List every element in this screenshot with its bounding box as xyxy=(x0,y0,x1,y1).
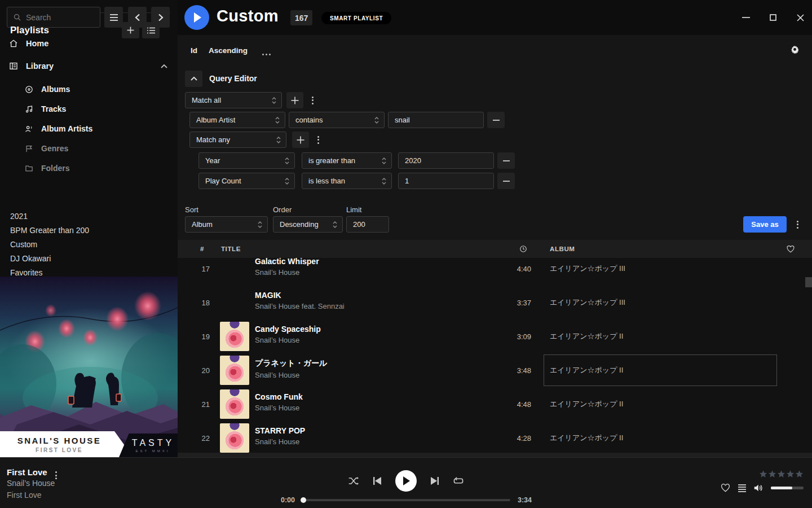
track-list: 17 Galactic WhisperSnail’s House 4:40 エイ… xyxy=(178,258,812,453)
sort-direction-button[interactable]: Ascending xyxy=(209,46,248,55)
star-icon[interactable] xyxy=(759,470,767,478)
more-options-button[interactable] xyxy=(262,47,271,58)
remove-rule3-button[interactable] xyxy=(497,173,515,189)
star-icon[interactable] xyxy=(777,470,785,478)
group-menu-button-1[interactable] xyxy=(307,92,317,108)
column-favorite[interactable] xyxy=(787,240,795,258)
order-select[interactable]: Descending xyxy=(273,216,343,233)
track-artist[interactable]: Snail’s House feat. Sennzai xyxy=(255,302,345,310)
track-album[interactable]: エイリアン☆ポップ III xyxy=(550,286,625,319)
rule1-operator-select[interactable]: contains xyxy=(289,112,385,128)
maximize-button[interactable] xyxy=(768,12,778,23)
rule3-operator-select[interactable]: is less than xyxy=(302,173,392,189)
album-art-artist: SNAIL'S HOUSE xyxy=(17,436,102,445)
match-mode-select-2[interactable]: Match any xyxy=(189,132,286,148)
star-icon[interactable] xyxy=(786,470,795,478)
next-track-button[interactable] xyxy=(430,476,439,485)
remove-rule1-button[interactable] xyxy=(487,112,505,128)
volume-slider[interactable] xyxy=(771,487,804,489)
playlist-item-2021[interactable]: 2021 xyxy=(0,209,178,223)
chevron-up-icon[interactable] xyxy=(161,64,167,68)
table-row[interactable]: 18 MAGIKSnail’s House feat. Sennzai 3:37… xyxy=(178,286,812,319)
queue-button[interactable] xyxy=(738,484,747,492)
match-mode-select-1[interactable]: Match all xyxy=(185,92,282,108)
track-title[interactable]: MAGIK xyxy=(255,291,345,300)
table-row[interactable]: 17 Galactic WhisperSnail’s House 4:40 エイ… xyxy=(178,258,812,286)
now-playing-album-art[interactable]: SNAIL'S HOUSE FIRST LOVE TASTY EST MMXI xyxy=(0,277,178,457)
limit-input[interactable]: 200 xyxy=(346,216,389,233)
shuffle-button[interactable] xyxy=(348,476,359,485)
sidebar-item-album-artists[interactable]: Album Artists xyxy=(0,121,178,136)
rule2-operator-select[interactable]: is greater than xyxy=(302,152,392,169)
track-album[interactable]: エイリアン☆ポップ III xyxy=(550,258,625,286)
track-album[interactable]: エイリアン☆ポップ II xyxy=(550,353,623,387)
sidebar-item-library[interactable]: Library xyxy=(0,58,178,74)
star-icon[interactable] xyxy=(768,470,776,478)
track-album[interactable]: エイリアン☆ポップ II xyxy=(550,421,623,453)
table-row[interactable]: 22 STARRY POPSnail’s House 4:28 エイリアン☆ポッ… xyxy=(178,421,812,453)
save-menu-button[interactable] xyxy=(792,216,802,233)
volume-button[interactable] xyxy=(754,484,764,492)
vertical-scrollbar-thumb[interactable] xyxy=(805,277,812,287)
track-title[interactable]: Cosmo Funk xyxy=(255,392,303,401)
track-artist[interactable]: Snail’s House xyxy=(255,268,319,277)
minimize-button[interactable] xyxy=(741,12,751,23)
now-playing-album[interactable]: First Love xyxy=(7,491,41,500)
track-artist[interactable]: Snail’s House xyxy=(255,437,305,446)
playlist-item-custom[interactable]: Custom xyxy=(0,237,178,251)
now-playing-menu-button[interactable] xyxy=(55,465,57,479)
close-button[interactable] xyxy=(795,12,805,23)
track-title[interactable]: STARRY POP xyxy=(255,426,305,435)
save-as-button[interactable]: Save as xyxy=(743,216,787,233)
sort-field-button[interactable]: Id xyxy=(191,46,197,55)
sidebar-item-albums[interactable]: Albums xyxy=(0,82,178,97)
column-album[interactable]: ALBUM xyxy=(550,240,575,258)
add-playlist-button[interactable] xyxy=(122,22,139,38)
playlist-list-button[interactable] xyxy=(142,22,160,38)
star-icon[interactable] xyxy=(795,470,804,478)
sidebar-item-folders[interactable]: Folders xyxy=(0,161,178,176)
add-rule-button-1[interactable] xyxy=(286,92,303,108)
track-artist[interactable]: Snail’s House xyxy=(255,336,321,344)
rule1-field-select[interactable]: Album Artist xyxy=(189,112,285,128)
playlist-item-dj-okawari[interactable]: DJ Okawari xyxy=(0,251,178,265)
rule1-value-input[interactable]: snail xyxy=(388,112,484,128)
table-row[interactable]: 21 Cosmo FunkSnail’s House 4:48 エイリアン☆ポッ… xyxy=(178,387,812,421)
rule2-field-select[interactable]: Year xyxy=(198,152,295,169)
seek-bar[interactable] xyxy=(302,499,510,501)
column-title[interactable]: TITLE xyxy=(221,240,241,258)
track-number: 21 xyxy=(178,387,210,421)
rule2-value-input[interactable]: 2020 xyxy=(398,152,494,169)
column-duration[interactable] xyxy=(519,240,527,258)
seek-knob[interactable] xyxy=(301,497,306,503)
track-title[interactable]: Candy Spaceship xyxy=(255,325,321,334)
sort-select[interactable]: Album xyxy=(185,216,268,233)
play-playlist-button[interactable] xyxy=(184,5,209,30)
play-button[interactable] xyxy=(395,470,417,492)
track-title[interactable]: プラネット・ガール xyxy=(255,358,327,369)
sidebar-item-tracks[interactable]: Tracks xyxy=(0,102,178,116)
track-artist[interactable]: Snail’s House xyxy=(255,404,303,412)
table-row[interactable]: 20 プラネット・ガールSnail’s House 3:48 エイリアン☆ポップ… xyxy=(178,353,812,387)
track-artist[interactable]: Snail’s House xyxy=(255,371,327,379)
track-album[interactable]: エイリアン☆ポップ II xyxy=(550,319,623,353)
playlist-item-bpm[interactable]: BPM Greater than 200 xyxy=(0,223,178,237)
add-rule-button-2[interactable] xyxy=(292,132,309,148)
horizontal-scrollbar[interactable] xyxy=(178,453,812,457)
table-row[interactable]: 19 Candy SpaceshipSnail’s House 3:09 エイリ… xyxy=(178,319,812,353)
rule3-value-input[interactable]: 1 xyxy=(398,173,494,189)
now-playing-title[interactable]: First Love xyxy=(7,467,47,477)
column-number[interactable]: # xyxy=(200,240,204,258)
track-title[interactable]: Galactic Whisper xyxy=(255,258,319,266)
favorite-button[interactable] xyxy=(721,484,730,492)
previous-track-button[interactable] xyxy=(373,476,382,485)
sidebar-item-genres[interactable]: Genres xyxy=(0,141,178,156)
repeat-button[interactable] xyxy=(453,476,464,485)
collapse-query-editor-button[interactable] xyxy=(185,71,202,87)
remove-rule2-button[interactable] xyxy=(497,152,515,169)
now-playing-artist[interactable]: Snail’s House xyxy=(7,479,55,488)
rule3-field-select[interactable]: Play Count xyxy=(198,173,295,189)
group-menu-button-2[interactable] xyxy=(313,132,323,148)
settings-button[interactable] xyxy=(790,45,800,54)
track-album[interactable]: エイリアン☆ポップ II xyxy=(550,387,623,421)
